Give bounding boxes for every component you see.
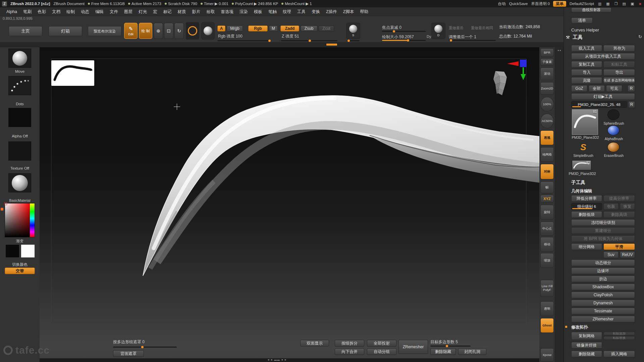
simple-brush-thumbnail[interactable]: S: [576, 142, 591, 152]
copy-tool-button[interactable]: 复制工具: [571, 61, 602, 68]
stroke-interpolation-button[interactable]: S: [346, 23, 360, 39]
tool-r-button[interactable]: R: [628, 101, 635, 108]
double-sided-button[interactable]: 双面显示: [300, 340, 329, 347]
load-from-project-button[interactable]: 从项目文件载入工具: [571, 53, 635, 60]
frame-button[interactable]: 帧: [540, 181, 554, 193]
subtool-palette-header[interactable]: 子工具: [571, 180, 585, 186]
slider-knob[interactable]: [141, 346, 144, 348]
menu-item-preferences[interactable]: 首选项: [218, 7, 236, 16]
merge-down-button[interactable]: 向下合并: [335, 348, 364, 355]
reuv-button[interactable]: ReUV: [620, 251, 635, 258]
del-hidden-bottom-button[interactable]: 删除隐藏: [430, 348, 456, 355]
z-intensity-slider[interactable]: [281, 40, 337, 41]
slider-knob[interactable]: [407, 39, 409, 42]
aahalf-button[interactable]: AC50%: [540, 114, 554, 128]
document-canvas[interactable]: [40, 47, 539, 362]
lightbox-tool-button[interactable]: 灯箱▶工具: [571, 93, 635, 100]
crease-section[interactable]: 折边: [571, 276, 635, 282]
spix-button[interactable]: 子像素: [540, 58, 554, 66]
slider-knob[interactable]: [347, 40, 350, 42]
suv-button[interactable]: Suv: [603, 251, 619, 258]
rotate-mode-button[interactable]: ↻: [174, 23, 184, 39]
transparency-button[interactable]: 透明: [540, 301, 554, 316]
menu-item-brush[interactable]: 笔刷: [20, 7, 35, 16]
current-alpha-thumbnail[interactable]: [8, 108, 31, 127]
menu-toggle-button[interactable]: 菜单: [553, 1, 566, 7]
insert-mesh-button[interactable]: 插入网格: [603, 351, 635, 357]
menu-item-zscript[interactable]: Z脚本: [340, 7, 357, 16]
zoom2d-button[interactable]: Zoom2D: [540, 82, 554, 95]
make-polymesh-button[interactable]: 生成 多边形网格物体: [603, 77, 635, 84]
focal-shift-slider[interactable]: [382, 31, 426, 32]
clear-list-button[interactable]: 清单: [571, 17, 593, 23]
perspective-button[interactable]: 透视: [540, 130, 554, 145]
menu-item-macro[interactable]: 宏: [150, 7, 160, 16]
secondary-color-swatch[interactable]: [21, 244, 35, 258]
rotate-view-button[interactable]: 旋转: [540, 205, 554, 220]
menu-item-tool[interactable]: 工具: [294, 7, 309, 16]
tool-palette-header[interactable]: 工具: [573, 34, 583, 41]
z-axis-icon[interactable]: [520, 60, 527, 67]
slider-knob[interactable]: [393, 30, 395, 33]
shadowbox-section[interactable]: ShadowBox: [571, 284, 635, 290]
zscript-button[interactable]: DefaultZScript: [570, 2, 594, 6]
menu-item-texture[interactable]: 纹理: [280, 7, 294, 16]
divide-button[interactable]: 细分网格: [571, 243, 602, 250]
freeze-subdiv-button[interactable]: 冻结细分级别: [571, 219, 635, 226]
y-axis-arrow-icon[interactable]: [521, 74, 526, 80]
edge-loop-section[interactable]: 边缘环: [571, 267, 635, 274]
slider-knob[interactable]: [268, 40, 271, 42]
auto-groups-button[interactable]: 自动分组: [367, 348, 396, 355]
m-button[interactable]: M: [269, 25, 278, 32]
import-button[interactable]: 导入: [571, 69, 602, 76]
edit-mode-button[interactable]: ✎ Edit: [124, 23, 138, 39]
current-tool-swatch[interactable]: 81: [572, 109, 598, 135]
bpr-button[interactable]: BPR: [540, 48, 554, 57]
window-restore-icon[interactable]: ❐: [614, 2, 619, 6]
symmetry-button[interactable]: 对称: [540, 164, 554, 179]
menu-item-material[interactable]: 材质: [174, 7, 189, 16]
dynamic-subdiv-section[interactable]: 动态细分: [571, 259, 635, 266]
draw-size-slider[interactable]: [382, 40, 426, 41]
zsub-button[interactable]: Zsub: [301, 25, 317, 32]
home-button[interactable]: 主页: [9, 26, 42, 36]
menu-item-stroke[interactable]: 笔触: [265, 7, 280, 16]
lower-res-button[interactable]: 降低分辨率: [571, 195, 602, 202]
close-icon[interactable]: ×: [638, 1, 642, 6]
menu-item-transform[interactable]: 变换: [309, 7, 323, 16]
load-tool-button[interactable]: 载入工具: [571, 45, 602, 52]
current-material-thumbnail[interactable]: [8, 173, 31, 192]
rgb-button[interactable]: Rgb: [248, 25, 268, 32]
window-layout-icon[interactable]: ▤: [622, 2, 627, 6]
current-stroke-thumbnail[interactable]: [8, 76, 31, 95]
quicksave-button[interactable]: QuickSave: [509, 2, 528, 6]
alpha-brush-thumbnail[interactable]: [607, 125, 620, 135]
scale-mode-button[interactable]: ⊡: [164, 23, 173, 39]
zadd-button[interactable]: Zadd: [280, 25, 299, 32]
menu-item-file[interactable]: 文件: [107, 7, 121, 16]
second-tool-swatch[interactable]: 81: [572, 160, 591, 170]
canvas-hscrollbar[interactable]: ◄◄ ▬▬ ►►: [40, 358, 539, 362]
menu-item-color[interactable]: 色彩: [35, 7, 49, 16]
ui-transparency-slider[interactable]: 界面透明 0: [531, 1, 550, 6]
mask-by-polygroups-slider[interactable]: [113, 347, 177, 348]
xyz-button[interactable]: XYZ: [540, 195, 554, 203]
window-layout-icon[interactable]: ▦: [605, 2, 610, 6]
zoom-view-button[interactable]: 缩放: [540, 253, 554, 268]
current-texture-thumbnail[interactable]: [8, 141, 31, 161]
zremesher-button[interactable]: ZRemesher: [398, 340, 428, 354]
density-button[interactable]: D: [431, 23, 445, 39]
geometry-section-header[interactable]: 几何体编辑: [571, 188, 592, 194]
eraser-brush-thumbnail[interactable]: [607, 142, 620, 152]
tessimate-section[interactable]: Tessimate: [571, 308, 635, 314]
xpose-button[interactable]: Xpose: [540, 348, 554, 362]
stroke-type-button[interactable]: [186, 22, 199, 40]
lightbox-button[interactable]: 灯箱: [49, 26, 82, 36]
copy-mesh-button[interactable]: 复制网格: [571, 332, 602, 340]
preview-boolean-button[interactable]: 预览布尔渲染: [88, 26, 121, 36]
color-picker[interactable]: [5, 203, 35, 237]
polyframe-button[interactable]: Line Fill PolyF: [540, 280, 554, 297]
slider-knob[interactable]: [309, 40, 311, 42]
menu-item-light[interactable]: 灯光: [136, 7, 150, 16]
del-lower-button[interactable]: 删除低级: [571, 211, 602, 218]
